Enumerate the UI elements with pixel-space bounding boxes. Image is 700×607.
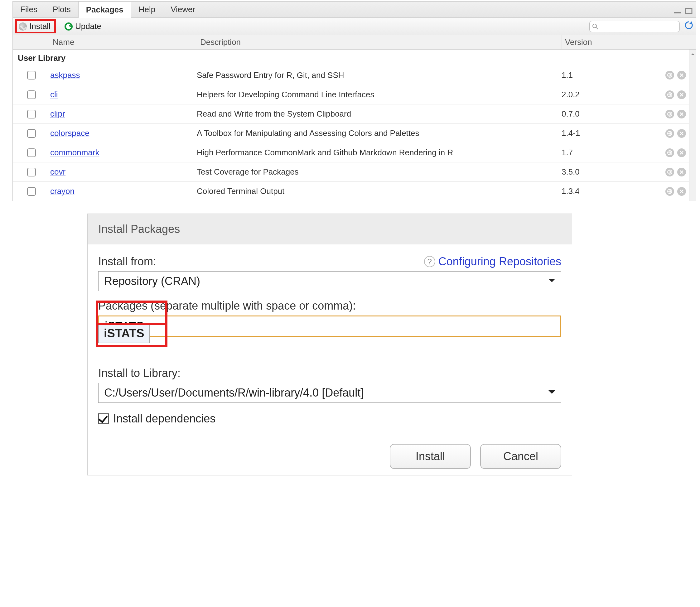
package-version: 2.0.2 [561, 90, 646, 100]
package-version: 1.3.4 [561, 186, 646, 196]
package-checkbox[interactable] [27, 129, 36, 138]
package-name-link[interactable]: cli [50, 90, 197, 100]
remove-icon[interactable] [677, 148, 686, 157]
globe-icon[interactable] [665, 110, 674, 119]
update-label: Update [75, 22, 101, 31]
header-version[interactable]: Version [561, 35, 646, 49]
install-label: Install [29, 22, 50, 31]
autocomplete-suggestion[interactable]: iSTATS [98, 323, 150, 343]
package-table: User Library askpassSafe Password Entry … [13, 49, 696, 201]
update-button[interactable]: Update [61, 20, 104, 33]
cancel-button[interactable]: Cancel [480, 444, 561, 469]
package-description: A Toolbox for Manipulating and Assessing… [197, 128, 561, 138]
svg-line-3 [596, 27, 598, 29]
package-name-link[interactable]: askpass [50, 70, 197, 80]
update-icon [64, 22, 73, 30]
dialog-title: Install Packages [88, 214, 572, 245]
remove-icon[interactable] [677, 71, 686, 80]
package-version: 1.4-1 [561, 128, 646, 138]
install-to-select[interactable]: C:/Users/User/Documents/R/win-library/4.… [98, 383, 561, 403]
header-name[interactable]: Name [50, 37, 197, 47]
globe-icon[interactable] [665, 90, 674, 99]
install-button[interactable]: Install [15, 19, 56, 33]
package-description: Colored Terminal Output [197, 186, 561, 196]
install-from-select[interactable]: Repository (CRAN) [98, 271, 561, 291]
table-row: cliHelpers for Developing Command Line I… [13, 85, 696, 104]
chevron-down-icon [549, 279, 555, 286]
package-name-link[interactable]: commonmark [50, 148, 197, 158]
install-from-label: Install from: [98, 255, 156, 268]
install-to-value: C:/Users/User/Documents/R/win-library/4.… [104, 386, 364, 399]
package-checkbox[interactable] [27, 187, 36, 196]
tab-help[interactable]: Help [131, 2, 163, 18]
install-from-value: Repository (CRAN) [104, 275, 200, 288]
group-user-library: User Library [13, 49, 696, 65]
remove-icon[interactable] [677, 110, 686, 119]
package-description: Test Coverage for Packages [197, 167, 561, 177]
package-description: Read and Write from the System Clipboard [197, 109, 561, 119]
packages-input[interactable] [98, 315, 561, 337]
package-version: 1.1 [561, 70, 646, 80]
package-checkbox[interactable] [27, 110, 36, 119]
remove-icon[interactable] [677, 168, 686, 176]
svg-rect-0 [674, 12, 681, 14]
table-row: colorspaceA Toolbox for Manipulating and… [13, 123, 696, 143]
refresh-icon[interactable] [684, 21, 694, 32]
tab-files[interactable]: Files [13, 2, 45, 18]
package-name-link[interactable]: crayon [50, 186, 197, 196]
package-checkbox[interactable] [27, 168, 36, 176]
globe-icon[interactable] [665, 168, 674, 176]
package-description: Helpers for Developing Command Line Inte… [197, 90, 561, 100]
toolbar: Install Update [13, 18, 696, 35]
table-row: cliprRead and Write from the System Clip… [13, 104, 696, 123]
package-name-link[interactable]: colorspace [50, 128, 197, 138]
packages-label: Packages (separate multiple with space o… [98, 299, 356, 312]
svg-rect-1 [686, 8, 692, 14]
header-description[interactable]: Description [197, 35, 561, 49]
globe-icon[interactable] [665, 129, 674, 138]
scrollbar[interactable] [689, 49, 696, 201]
column-headers: Name Description Version [13, 35, 696, 49]
package-checkbox[interactable] [27, 148, 36, 157]
table-row: crayonColored Terminal Output1.3.4 [13, 182, 696, 201]
globe-icon[interactable] [665, 148, 674, 157]
packages-panel: Files Plots Packages Help Viewer Install… [13, 1, 696, 201]
table-row: commonmarkHigh Performance CommonMark an… [13, 143, 696, 162]
table-row: covrTest Coverage for Packages3.5.0 [13, 162, 696, 182]
install-icon [19, 22, 27, 30]
package-name-link[interactable]: clipr [50, 109, 197, 119]
table-row: askpassSafe Password Entry for R, Git, a… [13, 65, 696, 85]
remove-icon[interactable] [677, 129, 686, 138]
package-version: 3.5.0 [561, 167, 646, 177]
chevron-down-icon [549, 390, 555, 397]
minimize-icon[interactable] [674, 6, 682, 13]
package-name-link[interactable]: covr [50, 167, 197, 177]
package-checkbox[interactable] [27, 71, 36, 80]
configuring-repositories-link[interactable]: Configuring Repositories [438, 255, 561, 268]
package-version: 0.7.0 [561, 109, 646, 119]
install-packages-dialog: Install Packages Install from: ? Configu… [87, 213, 572, 476]
remove-icon[interactable] [677, 90, 686, 99]
globe-icon[interactable] [665, 187, 674, 196]
install-to-label: Install to Library: [98, 367, 181, 380]
globe-icon[interactable] [665, 71, 674, 80]
svg-point-2 [593, 24, 596, 28]
package-checkbox[interactable] [27, 90, 36, 99]
tab-plots[interactable]: Plots [45, 2, 79, 18]
install-confirm-button[interactable]: Install [390, 444, 471, 469]
remove-icon[interactable] [677, 187, 686, 196]
help-icon[interactable]: ? [424, 256, 435, 267]
maximize-icon[interactable] [685, 6, 693, 13]
install-dependencies-label: Install dependencies [113, 412, 215, 425]
package-description: Safe Password Entry for R, Git, and SSH [197, 70, 561, 80]
tab-packages[interactable]: Packages [79, 2, 131, 18]
search-icon [592, 23, 598, 29]
tab-viewer[interactable]: Viewer [163, 2, 203, 18]
package-version: 1.7 [561, 148, 646, 158]
package-description: High Performance CommonMark and Github M… [197, 148, 561, 158]
search-input[interactable] [589, 21, 680, 32]
tab-bar: Files Plots Packages Help Viewer [13, 2, 696, 18]
install-dependencies-checkbox[interactable] [98, 413, 109, 424]
